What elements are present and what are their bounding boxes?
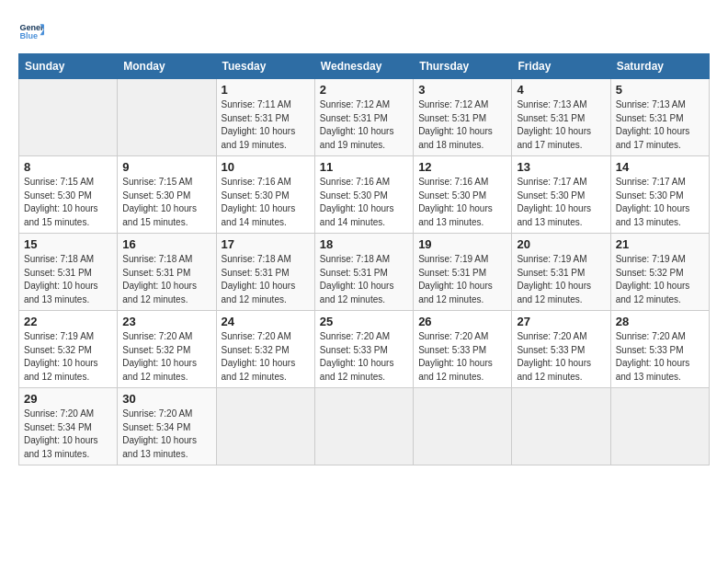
calendar-day-cell: 29Sunrise: 7:20 AMSunset: 5:34 PMDayligh… — [19, 388, 118, 465]
day-number: 23 — [122, 315, 210, 328]
header: General Blue — [18, 18, 710, 44]
calendar-day-cell — [118, 79, 216, 156]
calendar-week-row: 22Sunrise: 7:19 AMSunset: 5:32 PMDayligh… — [19, 311, 710, 388]
calendar-week-row: 29Sunrise: 7:20 AMSunset: 5:34 PMDayligh… — [19, 388, 710, 465]
weekday-header: Thursday — [414, 54, 512, 79]
day-info: Sunrise: 7:20 AMSunset: 5:32 PMDaylight:… — [222, 330, 310, 384]
day-info: Sunrise: 7:20 AMSunset: 5:32 PMDaylight:… — [122, 330, 210, 384]
calendar-day-cell: 15Sunrise: 7:18 AMSunset: 5:31 PMDayligh… — [19, 234, 118, 311]
calendar-day-cell: 12Sunrise: 7:16 AMSunset: 5:30 PMDayligh… — [414, 156, 512, 234]
day-number: 17 — [222, 237, 310, 251]
day-info: Sunrise: 7:19 AMSunset: 5:32 PMDaylight:… — [616, 253, 704, 306]
day-number: 13 — [517, 160, 605, 174]
day-number: 12 — [418, 160, 506, 174]
day-number: 28 — [616, 315, 704, 328]
calendar-day-cell: 14Sunrise: 7:17 AMSunset: 5:30 PMDayligh… — [610, 156, 709, 234]
calendar-day-cell — [216, 388, 314, 465]
day-number: 11 — [320, 160, 408, 174]
calendar-day-cell: 25Sunrise: 7:20 AMSunset: 5:33 PMDayligh… — [314, 311, 413, 388]
calendar-day-cell — [314, 388, 413, 465]
day-number: 4 — [517, 83, 605, 97]
day-info: Sunrise: 7:20 AMSunset: 5:34 PMDaylight:… — [24, 408, 112, 461]
day-info: Sunrise: 7:18 AMSunset: 5:31 PMDaylight:… — [320, 253, 408, 306]
calendar-day-cell: 4Sunrise: 7:13 AMSunset: 5:31 PMDaylight… — [512, 79, 610, 156]
calendar-day-cell: 20Sunrise: 7:19 AMSunset: 5:31 PMDayligh… — [512, 234, 610, 311]
day-number: 27 — [517, 315, 605, 328]
weekday-header: Wednesday — [314, 54, 413, 79]
day-number: 26 — [418, 315, 506, 328]
day-info: Sunrise: 7:16 AMSunset: 5:30 PMDaylight:… — [222, 176, 310, 229]
calendar-day-cell: 1Sunrise: 7:11 AMSunset: 5:31 PMDaylight… — [216, 79, 314, 156]
day-info: Sunrise: 7:19 AMSunset: 5:31 PMDaylight:… — [418, 253, 506, 306]
svg-text:Blue: Blue — [19, 31, 38, 40]
day-info: Sunrise: 7:18 AMSunset: 5:31 PMDaylight:… — [122, 253, 210, 306]
day-number: 14 — [616, 160, 704, 174]
calendar-day-cell: 8Sunrise: 7:15 AMSunset: 5:30 PMDaylight… — [19, 156, 118, 234]
calendar-day-cell: 10Sunrise: 7:16 AMSunset: 5:30 PMDayligh… — [216, 156, 314, 234]
day-number: 1 — [222, 83, 310, 97]
day-number: 20 — [517, 237, 605, 251]
calendar-day-cell — [19, 79, 118, 156]
calendar-header-row: SundayMondayTuesdayWednesdayThursdayFrid… — [19, 54, 710, 79]
calendar-day-cell: 17Sunrise: 7:18 AMSunset: 5:31 PMDayligh… — [216, 234, 314, 311]
logo: General Blue — [18, 18, 48, 44]
day-number: 19 — [418, 237, 506, 251]
calendar-day-cell — [610, 388, 709, 465]
day-number: 22 — [24, 315, 112, 328]
day-number: 9 — [122, 160, 210, 174]
calendar-day-cell: 21Sunrise: 7:19 AMSunset: 5:32 PMDayligh… — [610, 234, 709, 311]
day-info: Sunrise: 7:20 AMSunset: 5:33 PMDaylight:… — [418, 330, 506, 384]
day-info: Sunrise: 7:16 AMSunset: 5:30 PMDaylight:… — [418, 176, 506, 229]
calendar-day-cell: 11Sunrise: 7:16 AMSunset: 5:30 PMDayligh… — [314, 156, 413, 234]
calendar-week-row: 15Sunrise: 7:18 AMSunset: 5:31 PMDayligh… — [19, 234, 710, 311]
day-info: Sunrise: 7:13 AMSunset: 5:31 PMDaylight:… — [517, 98, 605, 152]
weekday-header: Saturday — [610, 54, 709, 79]
day-info: Sunrise: 7:15 AMSunset: 5:30 PMDaylight:… — [24, 176, 112, 229]
calendar-day-cell: 18Sunrise: 7:18 AMSunset: 5:31 PMDayligh… — [314, 234, 413, 311]
calendar-day-cell: 19Sunrise: 7:19 AMSunset: 5:31 PMDayligh… — [414, 234, 512, 311]
weekday-header: Tuesday — [216, 54, 314, 79]
weekday-header: Sunday — [19, 54, 118, 79]
calendar-day-cell: 13Sunrise: 7:17 AMSunset: 5:30 PMDayligh… — [512, 156, 610, 234]
calendar-day-cell — [414, 388, 512, 465]
calendar-day-cell: 9Sunrise: 7:15 AMSunset: 5:30 PMDaylight… — [118, 156, 216, 234]
day-info: Sunrise: 7:20 AMSunset: 5:34 PMDaylight:… — [122, 408, 210, 461]
calendar-day-cell: 2Sunrise: 7:12 AMSunset: 5:31 PMDaylight… — [314, 79, 413, 156]
day-info: Sunrise: 7:17 AMSunset: 5:30 PMDaylight:… — [517, 176, 605, 229]
day-number: 5 — [616, 83, 704, 97]
day-number: 16 — [122, 237, 210, 251]
day-number: 18 — [320, 237, 408, 251]
calendar-day-cell: 27Sunrise: 7:20 AMSunset: 5:33 PMDayligh… — [512, 311, 610, 388]
day-number: 10 — [222, 160, 310, 174]
day-info: Sunrise: 7:18 AMSunset: 5:31 PMDaylight:… — [222, 253, 310, 306]
day-info: Sunrise: 7:16 AMSunset: 5:30 PMDaylight:… — [320, 176, 408, 229]
day-info: Sunrise: 7:20 AMSunset: 5:33 PMDaylight:… — [616, 330, 704, 384]
svg-text:General: General — [19, 23, 44, 32]
calendar-table: SundayMondayTuesdayWednesdayThursdayFrid… — [18, 53, 710, 465]
day-number: 24 — [222, 315, 310, 328]
day-info: Sunrise: 7:13 AMSunset: 5:31 PMDaylight:… — [616, 98, 704, 152]
day-info: Sunrise: 7:17 AMSunset: 5:30 PMDaylight:… — [616, 176, 704, 229]
day-number: 3 — [418, 83, 506, 97]
day-number: 29 — [24, 392, 112, 406]
day-info: Sunrise: 7:20 AMSunset: 5:33 PMDaylight:… — [517, 330, 605, 384]
day-number: 2 — [320, 83, 408, 97]
calendar-week-row: 1Sunrise: 7:11 AMSunset: 5:31 PMDaylight… — [19, 79, 710, 156]
day-number: 8 — [24, 160, 112, 174]
calendar-day-cell — [512, 388, 610, 465]
day-info: Sunrise: 7:19 AMSunset: 5:31 PMDaylight:… — [517, 253, 605, 306]
day-number: 30 — [122, 392, 210, 406]
day-number: 25 — [320, 315, 408, 328]
weekday-header: Monday — [118, 54, 216, 79]
calendar-day-cell: 16Sunrise: 7:18 AMSunset: 5:31 PMDayligh… — [118, 234, 216, 311]
weekday-header: Friday — [512, 54, 610, 79]
calendar-day-cell: 23Sunrise: 7:20 AMSunset: 5:32 PMDayligh… — [118, 311, 216, 388]
day-info: Sunrise: 7:15 AMSunset: 5:30 PMDaylight:… — [122, 176, 210, 229]
calendar-day-cell: 3Sunrise: 7:12 AMSunset: 5:31 PMDaylight… — [414, 79, 512, 156]
calendar-day-cell: 22Sunrise: 7:19 AMSunset: 5:32 PMDayligh… — [19, 311, 118, 388]
calendar-week-row: 8Sunrise: 7:15 AMSunset: 5:30 PMDaylight… — [19, 156, 710, 234]
day-info: Sunrise: 7:12 AMSunset: 5:31 PMDaylight:… — [320, 98, 408, 152]
calendar-day-cell: 5Sunrise: 7:13 AMSunset: 5:31 PMDaylight… — [610, 79, 709, 156]
day-info: Sunrise: 7:11 AMSunset: 5:31 PMDaylight:… — [222, 98, 310, 152]
calendar-day-cell: 24Sunrise: 7:20 AMSunset: 5:32 PMDayligh… — [216, 311, 314, 388]
